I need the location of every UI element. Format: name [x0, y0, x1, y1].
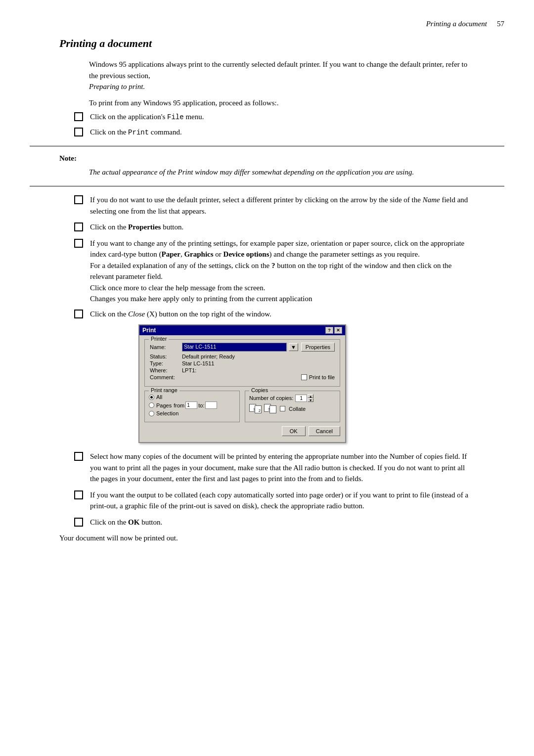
- pages-radio-row: Pages from to:: [149, 401, 235, 409]
- printer-group: Printer Name: Star LC-1511 ▼ Properties …: [144, 339, 340, 387]
- print-range-label: Print range: [149, 387, 179, 393]
- dropdown-arrow[interactable]: ▼: [289, 343, 298, 351]
- checkbox-icon: [74, 112, 83, 121]
- list-item: Click on the Properties button.: [74, 222, 475, 233]
- checkbox-icon: [74, 518, 83, 527]
- page: Printing a document 57 Printing a docume…: [0, 0, 534, 756]
- where-value: LPT1:: [182, 367, 335, 373]
- list-item: If you do not want to use the default pr…: [74, 194, 475, 217]
- copies-down-arrow[interactable]: ▼: [308, 398, 313, 402]
- cancel-button[interactable]: Cancel: [309, 426, 340, 436]
- copies-arrows: ▲ ▼: [308, 394, 313, 402]
- dialog-titlebar: Print ? ✕: [139, 325, 345, 335]
- checkbox-icon: [74, 310, 83, 318]
- intro-para1: Windows 95 applications always print to …: [89, 59, 475, 92]
- type-row: Type: Star LC-1511: [150, 360, 335, 366]
- all-radio[interactable]: [149, 395, 154, 400]
- list-item: Click on the application's File menu.: [74, 111, 475, 123]
- num-copies-label: Number of copies:: [249, 395, 293, 401]
- comment-label: Comment:: [150, 374, 182, 380]
- name-input[interactable]: Star LC-1511: [182, 343, 287, 352]
- close-button[interactable]: ✕: [334, 327, 342, 334]
- checkbox-icon: [74, 195, 83, 204]
- help-button[interactable]: ?: [325, 327, 333, 334]
- list-item: Click on the Print command.: [74, 127, 475, 138]
- name-row: Name: Star LC-1511 ▼ Properties: [150, 343, 335, 352]
- checkbox-icon: [74, 239, 83, 248]
- print-to-file-checkbox[interactable]: [301, 374, 307, 380]
- print-range-group: Print range All Pages from to:: [144, 391, 240, 422]
- collate-label: Collate: [289, 406, 306, 412]
- final-text: Your document will now be printed out.: [59, 533, 475, 544]
- checkbox-icon: [74, 452, 83, 461]
- copies-spinner: ▲ ▼: [295, 394, 313, 402]
- from-input[interactable]: [185, 401, 197, 409]
- checkbox-icon: [74, 490, 83, 499]
- type-label: Type:: [150, 360, 182, 366]
- note-section: Note: The actual appearance of the Print…: [30, 154, 504, 178]
- bullet-text: Click on the application's File menu.: [90, 111, 475, 123]
- page-header: Printing a document 57: [30, 20, 504, 28]
- title-buttons: ? ✕: [325, 327, 342, 334]
- dialog-footer: OK Cancel: [144, 426, 340, 438]
- from-label: from: [174, 402, 184, 408]
- to-label: to:: [198, 402, 204, 408]
- collate-row: 1 2 3 Collate: [249, 404, 336, 413]
- copies-up-arrow[interactable]: ▲: [308, 394, 313, 398]
- status-value: Default printer; Ready: [182, 354, 335, 359]
- properties-button[interactable]: Properties: [301, 343, 335, 352]
- where-label: Where:: [150, 367, 182, 373]
- main-bullet-list: If you do not want to use the default pr…: [74, 194, 475, 319]
- bullet-text: Click on the Print command.: [90, 127, 475, 138]
- comment-row: Comment: Print to file: [150, 374, 335, 380]
- print-to-file-label: Print to file: [309, 374, 335, 380]
- bullet-text: Click on the OK button.: [90, 517, 475, 528]
- ok-button[interactable]: OK: [282, 426, 306, 436]
- divider-top: [30, 146, 504, 146]
- printer-group-label: Printer: [149, 336, 169, 342]
- num-copies-row: Number of copies: ▲ ▼: [249, 394, 336, 402]
- status-label: Status:: [150, 354, 182, 359]
- pages-radio[interactable]: [149, 402, 154, 408]
- bullet-list-intro: Click on the application's File menu. Cl…: [74, 111, 475, 138]
- header-title: Printing a document: [426, 20, 487, 28]
- bullet-text: If you want the output to be collated (e…: [90, 489, 475, 512]
- status-row: Status: Default printer; Ready: [150, 354, 335, 359]
- bullet-text: If you do not want to use the default pr…: [90, 194, 475, 217]
- to-input[interactable]: [205, 401, 217, 409]
- copies-label: Copies: [249, 387, 270, 393]
- where-row: Where: LPT1:: [150, 367, 335, 373]
- dialog-title: Print: [142, 327, 156, 334]
- type-value: Star LC-1511: [182, 360, 335, 366]
- list-item: Click on the OK button.: [74, 517, 475, 528]
- page-icon-4: [269, 405, 276, 413]
- collate-checkbox[interactable]: [280, 406, 285, 411]
- page-icon-2: 2: [255, 405, 262, 413]
- intro-para2: To print from any Windows 95 application…: [89, 97, 475, 109]
- list-item: Select how many copies of the document w…: [74, 451, 475, 485]
- copies-group: Copies Number of copies: ▲ ▼: [245, 391, 340, 422]
- list-item: Click on the Close (X) button on the top…: [74, 309, 475, 320]
- dialog-body: Printer Name: Star LC-1511 ▼ Properties …: [139, 335, 345, 442]
- print-dialog: Print ? ✕ Printer Name: Star LC-1511 ▼ P…: [138, 324, 346, 443]
- post-dialog-bullets: Select how many copies of the document w…: [74, 451, 475, 528]
- checkbox-icon: [74, 128, 83, 136]
- bullet-text: Select how many copies of the document w…: [90, 451, 475, 485]
- print-dialog-wrapper: Print ? ✕ Printer Name: Star LC-1511 ▼ P…: [138, 324, 475, 443]
- list-item: If you want the output to be collated (e…: [74, 489, 475, 512]
- note-label: Note:: [59, 154, 504, 163]
- note-text: The actual appearance of the Print windo…: [89, 167, 475, 178]
- selection-radio[interactable]: [149, 411, 154, 416]
- print-to-file-row: Print to file: [301, 374, 335, 380]
- checkbox-icon: [74, 222, 83, 231]
- bullet-text: If you want to change any of the printin…: [90, 238, 475, 305]
- divider-bottom: [30, 186, 504, 186]
- name-label: Name:: [150, 344, 182, 350]
- copies-input[interactable]: [295, 395, 307, 402]
- list-item: If you want to change any of the printin…: [74, 238, 475, 305]
- selection-label: Selection: [156, 410, 178, 416]
- all-label: All: [156, 394, 162, 400]
- two-col-section: Print range All Pages from to:: [144, 391, 340, 422]
- selection-radio-row: Selection: [149, 410, 235, 416]
- page-icons: 1 2 3: [249, 404, 277, 413]
